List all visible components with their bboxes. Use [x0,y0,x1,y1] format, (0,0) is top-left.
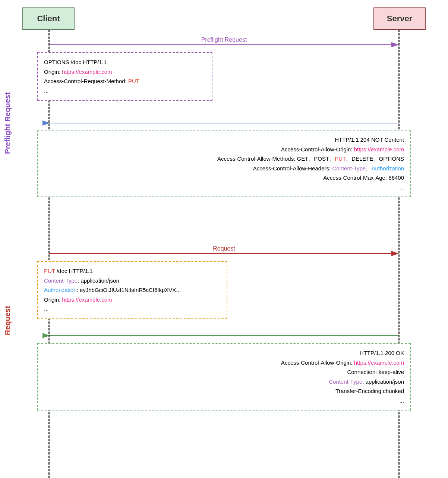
svg-text:Request: Request [213,245,235,252]
req-line5: ... [44,304,221,314]
resp-line4: Content-Type: application/json [44,377,404,387]
section-preflight-label: Preflight Request [0,37,15,209]
server-lifeline [398,30,400,478]
preflight-req-line4: ... [44,86,206,96]
preflight-resp-line6: ... [44,183,404,192]
preflight-resp-line1: HTTP/1.1 204 NOT Content [44,135,404,145]
server-box: Server [373,7,426,30]
preflight-req-line3: Access-Control-Request-Method: PUT [44,76,206,86]
req-line4: Origin: https://example.com [44,295,221,305]
section-request-label: Request [0,246,15,395]
preflight-resp-line3: Access-Control-Allow-Methods: GET、POST、P… [44,154,404,164]
preflight-resp-line4: Access-Control-Allow-Headers: Content-Ty… [44,164,404,173]
preflight-request-box: OPTIONS /doc HTTP/1.1 Origin: https://ex… [37,52,212,101]
preflight-response-box: HTTP/1.1 204 NOT Content Access-Control-… [37,130,411,197]
response-box: HTTP/1.1 200 OK Access-Control-Allow-Ori… [37,343,411,411]
resp-line3: Connection: keep-alive [44,367,404,377]
preflight-req-line2: Origin: https://example.com [44,67,206,77]
server-label: Server [387,14,413,23]
resp-line1: HTTP/1.1 200 OK [44,348,404,358]
svg-text:Preflight Request: Preflight Request [201,37,247,43]
client-box: Client [22,7,75,30]
resp-line6: ... [44,396,404,406]
preflight-resp-line5: Access-Control-Max-Age: 86400 [44,173,404,183]
resp-line5: Transfer-Encoding:chunked [44,386,404,396]
client-label: Client [37,14,60,23]
preflight-req-line1: OPTIONS /doc HTTP/1.1 [44,57,206,67]
req-line3: Authorization: eyJhbGciOiJIUzI1NiIsInR5c… [44,285,221,295]
preflight-resp-line2: Access-Control-Allow-Origin: https://exa… [44,145,404,154]
sequence-diagram: Preflight Request Request Client Server … [0,0,448,478]
request-box: PUT /doc HTTP/1.1 Content-Type: applicat… [37,261,227,319]
req-line2: Content-Type: application/json [44,276,221,286]
resp-line2: Access-Control-Allow-Origin: https://exa… [44,358,404,368]
req-line1: PUT /doc HTTP/1.1 [44,266,221,276]
